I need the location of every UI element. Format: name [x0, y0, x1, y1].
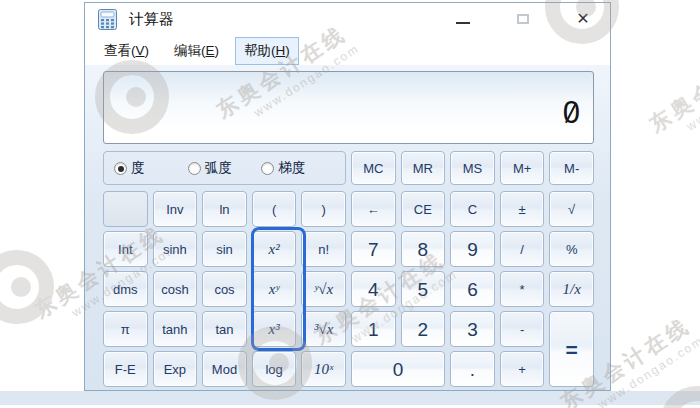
button-pi[interactable]: π: [103, 311, 148, 347]
button-add[interactable]: +: [500, 351, 545, 387]
button-ce[interactable]: CE: [401, 191, 446, 227]
button-power[interactable]: xʸ: [252, 271, 297, 307]
calculator-body: 0 度 弧度 梯度 MC: [85, 65, 610, 390]
mode-and-memory-row: 度 弧度 梯度 MC MR MS M+ M-: [103, 151, 594, 185]
bottom-strip: [0, 391, 700, 405]
button-cube[interactable]: x³: [252, 311, 297, 347]
menu-item-help[interactable]: 帮助(H): [235, 37, 299, 65]
button-3[interactable]: 3: [450, 311, 495, 347]
button-factorial[interactable]: n!: [301, 231, 346, 267]
button-equals[interactable]: =: [549, 311, 594, 387]
button-cos[interactable]: cos: [202, 271, 247, 307]
button-tanh[interactable]: tanh: [153, 311, 198, 347]
radio-icon: [188, 162, 201, 175]
close-icon: ✕: [576, 11, 589, 27]
radio-icon: [261, 162, 274, 175]
maximize-button[interactable]: [508, 5, 538, 33]
button-negate[interactable]: ±: [500, 191, 545, 227]
radio-icon: [114, 162, 127, 175]
close-button[interactable]: ✕: [568, 5, 598, 33]
screenshot-stage: 计算器 ✕ 查看(V) 编辑(E) 帮助(H) 0 度: [0, 0, 700, 408]
button-backspace[interactable]: ←: [351, 191, 396, 227]
button-dms[interactable]: dms: [103, 271, 148, 307]
button-log[interactable]: log: [252, 351, 297, 387]
button-0[interactable]: 0: [351, 351, 445, 387]
button-exp[interactable]: Exp: [153, 351, 198, 387]
button-4[interactable]: 4: [351, 271, 396, 307]
button-multiply[interactable]: *: [500, 271, 545, 307]
button-1[interactable]: 1: [351, 311, 396, 347]
button-open-paren[interactable]: (: [252, 191, 297, 227]
menu-item-view[interactable]: 查看(V): [95, 37, 158, 65]
button-close-paren[interactable]: ): [301, 191, 346, 227]
window-title: 计算器: [129, 10, 174, 29]
radio-radians[interactable]: 弧度: [188, 159, 262, 177]
button-sin[interactable]: sin: [202, 231, 247, 267]
menu-item-edit[interactable]: 编辑(E): [165, 37, 228, 65]
calculator-icon: [98, 9, 117, 30]
minimize-button[interactable]: [448, 5, 478, 33]
radio-grads[interactable]: 梯度: [261, 159, 335, 177]
button-memory-subtract[interactable]: M-: [549, 151, 594, 185]
button-6[interactable]: 6: [450, 271, 495, 307]
button-ten-power[interactable]: 10ˣ: [301, 351, 346, 387]
button-decimal[interactable]: .: [450, 351, 495, 387]
button-fe[interactable]: F-E: [103, 351, 148, 387]
titlebar: 计算器 ✕: [85, 3, 610, 36]
button-memory-store[interactable]: MS: [450, 151, 495, 185]
button-cosh[interactable]: cosh: [153, 271, 198, 307]
button-yroot[interactable]: ʸ√x: [301, 271, 346, 307]
button-memory-clear[interactable]: MC: [351, 151, 396, 185]
button-7[interactable]: 7: [351, 231, 396, 267]
display-value: 0: [563, 97, 580, 128]
button-2[interactable]: 2: [401, 311, 446, 347]
button-reciprocal[interactable]: 1/x: [549, 271, 594, 307]
calculator-window: 计算器 ✕ 查看(V) 编辑(E) 帮助(H) 0 度: [84, 2, 611, 391]
button-memory-recall[interactable]: MR: [401, 151, 446, 185]
button-blank[interactable]: [103, 191, 148, 227]
display: 0: [103, 71, 594, 144]
radio-degrees[interactable]: 度: [114, 159, 188, 177]
button-sqrt[interactable]: √: [549, 191, 594, 227]
button-9[interactable]: 9: [450, 231, 495, 267]
button-cuberoot[interactable]: ³√x: [301, 311, 346, 347]
keypad: Invln()←CEC±√Intsinhsinx²n!789/%dmscoshc…: [103, 191, 594, 387]
button-subtract[interactable]: -: [500, 311, 545, 347]
button-int[interactable]: Int: [103, 231, 148, 267]
button-clear[interactable]: C: [450, 191, 495, 227]
button-ln[interactable]: ln: [202, 191, 247, 227]
button-tan[interactable]: tan: [202, 311, 247, 347]
button-percent[interactable]: %: [549, 231, 594, 267]
angle-mode-group: 度 弧度 梯度: [103, 151, 346, 185]
minimize-icon: [456, 22, 470, 24]
maximize-icon: [517, 14, 529, 24]
button-sinh[interactable]: sinh: [153, 231, 198, 267]
button-divide[interactable]: /: [500, 231, 545, 267]
button-memory-add[interactable]: M+: [500, 151, 545, 185]
button-5[interactable]: 5: [401, 271, 446, 307]
button-square[interactable]: x²: [252, 231, 297, 267]
watermark-logo-icon: [0, 250, 54, 324]
menubar: 查看(V) 编辑(E) 帮助(H): [85, 36, 610, 65]
button-inv[interactable]: Inv: [153, 191, 198, 227]
button-mod[interactable]: Mod: [202, 351, 247, 387]
button-8[interactable]: 8: [401, 231, 446, 267]
